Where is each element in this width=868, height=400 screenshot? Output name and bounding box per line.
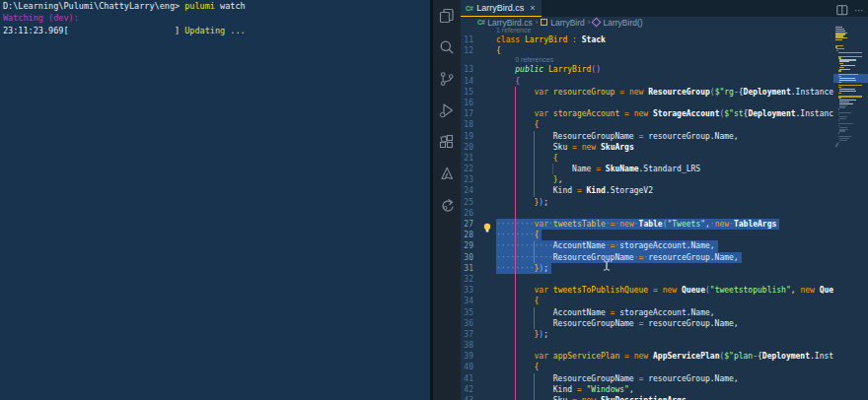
- line-number[interactable]: 34: [461, 296, 473, 306]
- extensions-icon[interactable]: [439, 134, 455, 150]
- split-editor-icon[interactable]: [836, 2, 848, 20]
- line-number[interactable]: 35: [461, 307, 473, 318]
- line-number[interactable]: 21: [461, 153, 473, 164]
- code-line-30[interactable]: 30············ResourceGroupName·=·resour…: [461, 252, 833, 263]
- code-token: [496, 154, 553, 163]
- code-line-22[interactable]: 22 Name = SkuName.Standard_LRS: [461, 164, 833, 174]
- tab-close-icon[interactable]: ×: [530, 3, 535, 13]
- breadcrumb-method[interactable]: LarryBird(): [603, 18, 642, 28]
- tab-larrybird[interactable]: C# LarryBird.cs ×: [461, 0, 542, 17]
- line-number[interactable]: 25: [461, 197, 473, 208]
- line-number[interactable]: 39: [461, 351, 473, 362]
- code-line-11[interactable]: 11class LarryBird : Stack: [461, 34, 833, 45]
- code-line-33[interactable]: 33 var tweetsToPublishQueue = new Queue(…: [461, 285, 833, 296]
- line-number[interactable]: 40: [461, 362, 473, 372]
- line-number[interactable]: 14: [461, 76, 473, 87]
- code-line-38[interactable]: 38: [461, 340, 833, 351]
- line-number[interactable]: 20: [461, 142, 473, 153]
- terminal-pane[interactable]: D:\Learning\Pulumi\ChattyLarry\eng> pulu…: [0, 0, 430, 400]
- code-line-12[interactable]: 12{: [461, 45, 833, 56]
- line-number[interactable]: 42: [461, 384, 473, 395]
- line-number[interactable]: 11: [461, 34, 473, 45]
- code-line-36[interactable]: 36 ResourceGroupName = resourceGroup.Nam…: [461, 318, 833, 329]
- line-number[interactable]: 43: [461, 395, 473, 400]
- line-number[interactable]: 27: [461, 219, 473, 230]
- code-line-41[interactable]: 41 ResourceGroupName = resourceGroup.Nam…: [461, 373, 833, 384]
- terminal-token: 23:11:23.969[ ]: [3, 26, 184, 35]
- line-number[interactable]: 18: [461, 119, 473, 130]
- search-icon[interactable]: [439, 39, 455, 55]
- code-line-20[interactable]: 20 Sku = new SkuArgs: [461, 142, 833, 153]
- explorer-icon[interactable]: [439, 8, 455, 24]
- code-line-26[interactable]: 26: [461, 208, 833, 219]
- code-line-23[interactable]: 23 },: [461, 174, 833, 185]
- line-number[interactable]: 32: [461, 274, 473, 285]
- indent-guide: [534, 307, 535, 329]
- line-number[interactable]: 30: [461, 252, 473, 263]
- editor-pane: C# LarryBird.cs × ⋯ C# LarryBird.cs › La…: [461, 0, 868, 400]
- line-number[interactable]: 33: [461, 285, 473, 296]
- line-number[interactable]: 22: [461, 164, 473, 174]
- code-line-21[interactable]: 21 {: [461, 153, 833, 164]
- code-line-39[interactable]: 39 var appServicePlan = new AppServicePl…: [461, 351, 833, 362]
- code-line-32[interactable]: 32: [461, 274, 833, 285]
- code-line-29[interactable]: 29············AccountName·=·storageAccou…: [461, 240, 833, 251]
- code-line-34[interactable]: 34 {: [461, 296, 833, 306]
- line-number[interactable]: 31: [461, 263, 473, 274]
- line-number[interactable]: 16: [461, 98, 473, 108]
- code-line-18[interactable]: 18 {: [461, 119, 833, 130]
- code-text: var resourceGroup = new ResourceGroup($"…: [496, 87, 833, 98]
- more-actions-icon[interactable]: ⋯: [854, 5, 864, 17]
- codelens-references[interactable]: 1 reference: [496, 27, 833, 34]
- line-number[interactable]: 26: [461, 208, 473, 219]
- code-line-14[interactable]: 14 {: [461, 76, 833, 87]
- line-number[interactable]: 19: [461, 131, 473, 142]
- code-line-24[interactable]: 24 Kind = Kind.StorageV2: [461, 185, 833, 196]
- lightbulb-icon[interactable]: [482, 220, 493, 231]
- source-control-icon[interactable]: [439, 71, 455, 87]
- line-number[interactable]: 12: [461, 45, 473, 56]
- line-number[interactable]: 37: [461, 329, 473, 340]
- line-number[interactable]: 23: [461, 174, 473, 185]
- line-number[interactable]: 36: [461, 318, 473, 329]
- code-token: .Instance: [791, 88, 833, 97]
- code-token: ,: [558, 175, 563, 184]
- code-token: new: [715, 220, 729, 229]
- code-line-27[interactable]: 27········var·tweetsTable·=·new·Table("T…: [461, 219, 833, 230]
- run-and-debug-icon[interactable]: [439, 102, 455, 118]
- minimap[interactable]: [833, 27, 868, 400]
- code-token: "tweetstopublish": [710, 286, 791, 295]
- line-number[interactable]: 15: [461, 87, 473, 98]
- code-line-28[interactable]: 28········{: [461, 230, 833, 240]
- line-number[interactable]: 41: [461, 373, 473, 384]
- code-line-16[interactable]: 16: [461, 98, 833, 108]
- code-lines[interactable]: 1 reference11class LarryBird : Stack12{0…: [461, 27, 833, 400]
- code-line-31[interactable]: 31········});: [461, 263, 833, 274]
- line-number[interactable]: 29: [461, 240, 473, 251]
- code-line-40[interactable]: 40 {: [461, 362, 833, 372]
- code-line-43[interactable]: 43 Sku = new SkuDescriptionArgs: [461, 395, 833, 400]
- line-number[interactable]: 38: [461, 340, 473, 351]
- live-share-icon[interactable]: [439, 197, 455, 213]
- code-line-15[interactable]: 15 var resourceGroup = new ResourceGroup…: [461, 87, 833, 98]
- codelens-references[interactable]: 0 references: [515, 56, 833, 64]
- code-line-19[interactable]: 19 ResourceGroupName = resourceGroup.Nam…: [461, 131, 833, 142]
- code-line-35[interactable]: 35 AccountName = storageAccount.Name,: [461, 307, 833, 318]
- azure-icon[interactable]: [439, 166, 455, 181]
- code-line-25[interactable]: 25 });: [461, 197, 833, 208]
- line-number[interactable]: 17: [461, 108, 473, 119]
- code-token: {: [553, 154, 558, 163]
- code-line-37[interactable]: 37 });: [461, 329, 833, 340]
- code-token: new: [582, 143, 596, 152]
- code-token: Stack: [582, 35, 606, 44]
- code-line-13[interactable]: 13 public LarryBird(): [461, 64, 833, 75]
- code-token: Sku: [553, 143, 567, 152]
- code-token: TableArgs: [734, 220, 776, 229]
- code-line-42[interactable]: 42 Kind = "Windows",: [461, 384, 833, 395]
- line-number[interactable]: 13: [461, 64, 473, 75]
- line-number[interactable]: 28: [461, 230, 473, 240]
- breadcrumb-class[interactable]: LarryBird: [550, 18, 584, 28]
- breadcrumb-file[interactable]: LarryBird.cs: [487, 18, 532, 28]
- code-line-17[interactable]: 17 var storageAccount = new StorageAccou…: [461, 108, 833, 119]
- line-number[interactable]: 24: [461, 185, 473, 196]
